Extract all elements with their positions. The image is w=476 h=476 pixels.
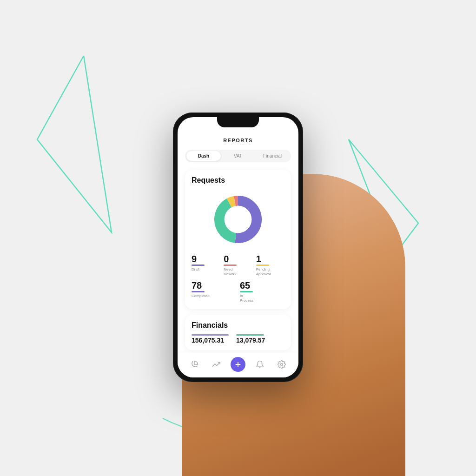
screen-content: REPORTS Dash VAT Financial Requests — [178, 117, 298, 353]
tab-dash[interactable]: Dash — [186, 151, 221, 161]
phone-screen: REPORTS Dash VAT Financial Requests — [178, 117, 298, 377]
stats-row-2: 78 Completed 65 InProcess — [192, 281, 284, 303]
stat-completed-bar — [192, 291, 205, 292]
stat-draft: 9 Draft — [192, 254, 220, 276]
stats-row-1: 9 Draft 0 NeedRework 1 PendingApp — [192, 254, 284, 276]
financial-item-1: 156,075.31 — [192, 334, 229, 344]
nav-icon-gear[interactable] — [274, 357, 289, 372]
svg-point-5 — [226, 208, 250, 231]
stat-completed-number: 78 — [192, 281, 236, 290]
financial-item-2: 13,079.57 — [236, 334, 265, 344]
stat-in-process: 65 InProcess — [240, 281, 284, 303]
screen-title: REPORTS — [223, 138, 253, 143]
stat-process-bar — [240, 291, 253, 292]
financial-bar-2 — [236, 334, 264, 336]
stat-process-label: InProcess — [240, 294, 284, 303]
stat-pending-number: 1 — [256, 254, 284, 264]
requests-title: Requests — [192, 176, 284, 185]
stat-draft-number: 9 — [192, 254, 220, 264]
stat-draft-bar — [192, 264, 205, 266]
donut-chart — [208, 189, 268, 250]
nav-icon-trending[interactable] — [209, 357, 224, 372]
phone-mockup: REPORTS Dash VAT Financial Requests — [173, 112, 303, 382]
financial-value-1: 156,075.31 — [192, 337, 229, 344]
stat-completed-label: Completed — [192, 294, 236, 298]
requests-section: Requests — [185, 170, 291, 309]
stat-rework-bar — [224, 264, 237, 266]
svg-point-8 — [281, 364, 283, 366]
nav-icon-plus[interactable] — [231, 357, 245, 372]
nav-icon-bell[interactable] — [252, 357, 267, 372]
tab-financial[interactable]: Financial — [255, 151, 290, 161]
stat-process-number: 65 — [240, 281, 284, 290]
stat-pending-bar — [256, 264, 269, 266]
stat-draft-label: Draft — [192, 267, 220, 272]
phone-body: REPORTS Dash VAT Financial Requests — [173, 112, 303, 382]
tabs-container: Dash VAT Financial — [185, 150, 291, 162]
bottom-nav — [178, 353, 298, 377]
stat-pending: 1 PendingApproval — [256, 254, 284, 276]
financials-title: Financials — [192, 321, 284, 330]
tab-vat[interactable]: VAT — [221, 151, 255, 161]
stat-need-rework: 0 NeedRework — [224, 254, 252, 276]
financials-section: Financials 156,075.31 13,079.57 — [185, 315, 291, 350]
stat-rework-label: NeedRework — [224, 267, 252, 276]
financial-bar-1 — [192, 334, 229, 336]
stat-pending-label: PendingApproval — [256, 267, 284, 276]
nav-icon-reports[interactable] — [187, 357, 202, 372]
stat-rework-number: 0 — [224, 254, 252, 264]
stat-completed: 78 Completed — [192, 281, 236, 303]
donut-chart-container — [192, 189, 284, 250]
financials-row: 156,075.31 13,079.57 — [192, 334, 284, 344]
screen-header: REPORTS — [178, 132, 298, 146]
financial-value-2: 13,079.57 — [236, 337, 265, 344]
phone-notch — [217, 117, 259, 127]
